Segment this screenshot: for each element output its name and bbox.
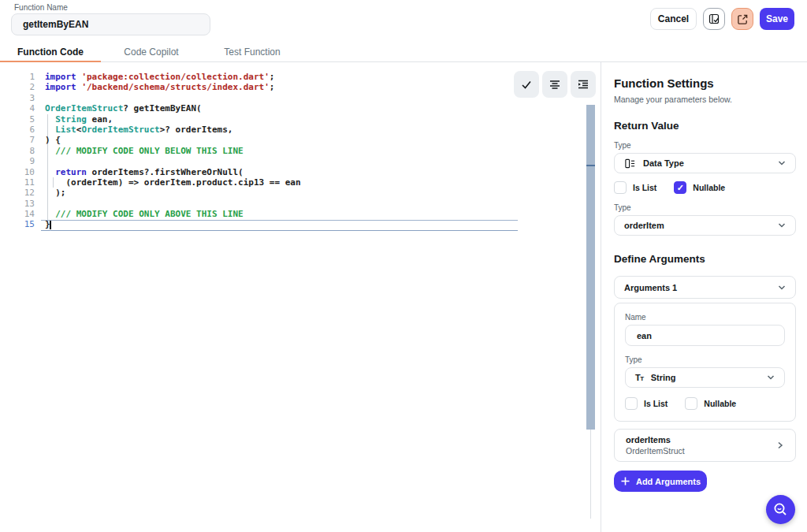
function-name-input[interactable]: getItemByEAN — [11, 13, 210, 35]
tab-test-function[interactable]: Test Function — [202, 43, 303, 61]
code-editor[interactable]: 123456789101112131415 import 'package:co… — [0, 62, 601, 532]
top-actions: Cancel Save — [650, 8, 794, 30]
return-nullable-checkbox[interactable] — [674, 181, 686, 194]
return-flags-row: Is List Nullable — [614, 181, 795, 194]
argument-name-input[interactable]: ean — [625, 325, 785, 346]
doc-check-button[interactable] — [703, 8, 725, 30]
collapsed-argument-card[interactable]: orderItems OrderItemStruct — [614, 429, 796, 462]
chevron-down-icon — [776, 158, 787, 169]
return-is-list-checkbox[interactable] — [614, 181, 627, 194]
data-type-icon — [624, 158, 636, 169]
plus-icon — [620, 476, 630, 486]
support-search-button[interactable] — [766, 495, 795, 524]
return-type-label: Type — [614, 141, 795, 150]
add-arguments-button[interactable]: Add Arguments — [614, 471, 707, 492]
chevron-down-icon — [776, 282, 787, 293]
arguments-selector[interactable]: Arguments 1 — [614, 276, 796, 299]
chevron-down-icon — [776, 220, 787, 231]
return-data-type-select[interactable]: Data Type — [614, 153, 796, 173]
argument-type-select[interactable]: TT String — [625, 367, 785, 388]
format-align-icon — [549, 78, 561, 91]
indent-code-button[interactable] — [571, 71, 596, 98]
tab-bar: Function Code Code Copilot Test Function — [0, 43, 807, 62]
argument-card: Name ean Type TT String Is List Nullable — [614, 303, 796, 422]
return-subtype-select[interactable]: orderItem — [614, 215, 796, 236]
function-name-label: Function Name — [14, 3, 68, 12]
chevron-right-icon — [775, 440, 786, 451]
scrollbar-cursor-marker — [586, 165, 595, 166]
gutter: 123456789101112131415 — [0, 72, 35, 230]
custom-function-editor: Function Name getItemByEAN Cancel Sa — [0, 0, 807, 532]
collapsed-argument-name: orderItems — [626, 435, 685, 445]
tab-code-copilot[interactable]: Code Copilot — [101, 43, 202, 61]
panel-subtitle: Manage your parameters below. — [614, 95, 795, 104]
argument-type-label: Type — [625, 355, 785, 364]
doc-check-icon — [708, 13, 720, 25]
code-lines[interactable]: import 'package:collection/collection.da… — [45, 72, 301, 230]
validate-code-button[interactable] — [514, 71, 539, 98]
tab-function-code[interactable]: Function Code — [0, 43, 101, 61]
cancel-button[interactable]: Cancel — [650, 8, 697, 30]
return-value-heading: Return Value — [614, 120, 795, 132]
search-smile-icon — [772, 501, 789, 518]
string-type-icon: TT — [635, 373, 644, 382]
external-link-icon — [737, 13, 749, 25]
panel-title: Function Settings — [614, 76, 795, 90]
editor-toolbar — [514, 71, 596, 98]
open-external-button[interactable] — [731, 8, 753, 30]
argument-is-list-checkbox[interactable] — [625, 397, 638, 410]
save-button[interactable]: Save — [760, 8, 794, 30]
define-arguments-heading: Define Arguments — [614, 253, 795, 265]
check-icon — [520, 78, 533, 91]
argument-name-label: Name — [625, 313, 785, 322]
collapsed-argument-type: OrderItemStruct — [626, 446, 685, 456]
editor-scrollbar[interactable] — [586, 105, 595, 430]
return-subtype-label: Type — [614, 203, 795, 212]
text-cursor — [50, 221, 51, 230]
function-settings-panel: Function Settings Manage your parameters… — [601, 62, 807, 532]
format-indent-icon — [577, 78, 589, 91]
chevron-down-icon — [765, 372, 776, 383]
argument-flags-row: Is List Nullable — [625, 397, 785, 410]
format-code-button[interactable] — [542, 71, 567, 98]
argument-nullable-checkbox[interactable] — [685, 397, 697, 410]
